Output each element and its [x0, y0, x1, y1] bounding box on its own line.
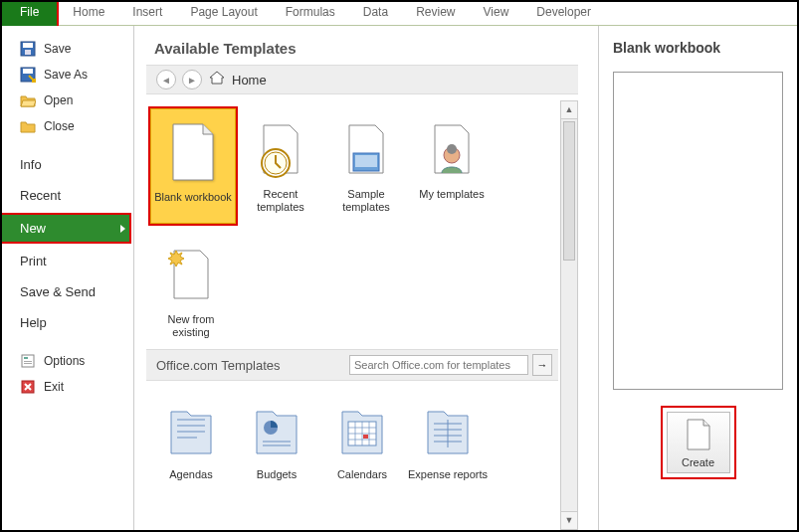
tab-review[interactable]: Review	[402, 2, 469, 25]
nav-close[interactable]: Close	[2, 113, 133, 139]
nav-save-as-label: Save As	[44, 68, 88, 82]
nav-save[interactable]: Save	[2, 36, 133, 62]
nav-new[interactable]: New	[2, 215, 129, 242]
tab-insert[interactable]: Insert	[118, 2, 176, 25]
nav-recent[interactable]: Recent	[2, 180, 133, 211]
nav-options[interactable]: Options	[2, 348, 133, 374]
exit-icon	[20, 379, 36, 395]
template-agendas[interactable]: Agendas	[148, 387, 234, 500]
office-search-input[interactable]	[349, 355, 528, 375]
template-my[interactable]: My templates	[409, 106, 495, 226]
ribbon-tabs: File Home Insert Page Layout Formulas Da…	[2, 2, 797, 26]
template-label: Sample templates	[325, 188, 407, 214]
preview-thumbnail	[613, 72, 783, 390]
nav-open-label: Open	[44, 93, 73, 107]
folder-doc-icon	[167, 402, 215, 457]
template-partial-4[interactable]	[405, 502, 491, 530]
folder-doc-icon	[424, 402, 472, 457]
folder-doc-icon	[338, 402, 386, 457]
nav-close-label: Close	[44, 119, 75, 133]
folder-doc-icon	[253, 402, 300, 457]
office-search-go[interactable]: →	[532, 354, 552, 376]
template-label: Calendars	[337, 468, 387, 494]
svg-rect-7	[24, 361, 32, 362]
template-recent[interactable]: Recent templates	[238, 106, 323, 226]
blank-doc-icon	[169, 122, 217, 182]
svg-rect-1	[23, 43, 33, 48]
tab-page-layout[interactable]: Page Layout	[176, 2, 271, 25]
new-from-existing-icon	[164, 245, 218, 304]
nav-save-label: Save	[44, 42, 71, 56]
office-templates-title: Office.com Templates	[152, 358, 281, 373]
save-icon	[20, 41, 36, 57]
tab-formulas[interactable]: Formulas	[272, 2, 349, 25]
nav-help[interactable]: Help	[2, 307, 133, 338]
tab-file[interactable]: File	[0, 0, 59, 28]
create-label: Create	[682, 456, 714, 468]
sample-templates-icon	[339, 119, 393, 179]
template-label: Budgets	[257, 468, 297, 494]
tab-home[interactable]: Home	[59, 2, 118, 25]
template-sample[interactable]: Sample templates	[323, 106, 409, 226]
templates-pane: Available Templates ◄ ► Home ▲ ▼ Blank w	[134, 26, 598, 530]
template-label: New from existing	[150, 313, 232, 339]
template-calendars[interactable]: Calendars	[319, 387, 405, 500]
nav-back-button[interactable]: ◄	[156, 70, 176, 89]
template-label: Blank workbook	[154, 191, 232, 217]
templates-title: Available Templates	[134, 40, 598, 65]
templates-scrollbar[interactable]: ▲ ▼	[560, 100, 578, 530]
template-blank-workbook[interactable]: Blank workbook	[150, 108, 236, 224]
options-icon	[20, 353, 36, 369]
nav-open[interactable]: Open	[2, 88, 133, 113]
breadcrumb-home[interactable]: Home	[232, 73, 267, 88]
backstage-nav: Save Save As Open Close Info Recent New …	[2, 26, 134, 530]
create-doc-icon	[686, 419, 711, 450]
template-budgets[interactable]: Budgets	[234, 387, 319, 500]
preview-title: Blank workbook	[613, 40, 783, 56]
scroll-thumb[interactable]	[563, 121, 575, 261]
tab-view[interactable]: View	[470, 2, 523, 25]
tab-developer[interactable]: Developer	[522, 2, 605, 25]
svg-rect-6	[24, 357, 28, 359]
template-label: Agendas	[169, 468, 212, 494]
save-as-icon	[20, 67, 36, 83]
template-partial-1[interactable]	[148, 502, 234, 530]
template-label: Recent templates	[240, 188, 321, 214]
nav-exit-label: Exit	[44, 380, 64, 394]
svg-rect-13	[355, 155, 377, 167]
svg-rect-8	[24, 363, 32, 364]
nav-print[interactable]: Print	[2, 246, 133, 276]
close-icon	[20, 118, 36, 134]
breadcrumb: ◄ ► Home	[146, 65, 578, 94]
template-label: Expense reports	[408, 468, 488, 494]
nav-options-label: Options	[44, 354, 85, 368]
preview-pane: Blank workbook Create	[598, 26, 797, 530]
template-expense-reports[interactable]: Expense reports	[405, 387, 491, 500]
home-icon[interactable]	[208, 69, 226, 90]
template-partial-2[interactable]	[234, 502, 319, 530]
svg-rect-4	[23, 69, 33, 74]
nav-new-highlight: New	[0, 213, 131, 244]
recent-templates-icon	[254, 119, 307, 179]
nav-exit[interactable]: Exit	[2, 374, 133, 400]
template-blank-highlight: Blank workbook	[148, 106, 238, 226]
my-templates-icon	[425, 119, 479, 179]
template-partial-3[interactable]	[319, 502, 405, 530]
template-label: My templates	[419, 188, 484, 214]
svg-rect-18	[363, 435, 368, 439]
create-button[interactable]: Create	[667, 412, 730, 473]
open-icon	[20, 92, 36, 108]
scroll-up-button[interactable]: ▲	[561, 101, 577, 119]
tab-data[interactable]: Data	[349, 2, 402, 25]
svg-point-15	[447, 144, 457, 154]
scroll-down-button[interactable]: ▼	[561, 511, 577, 529]
template-new-from-existing[interactable]: New from existing	[148, 232, 234, 345]
nav-save-as[interactable]: Save As	[2, 62, 133, 88]
svg-rect-2	[25, 50, 31, 55]
nav-forward-button[interactable]: ►	[182, 70, 202, 89]
office-templates-header: Office.com Templates →	[146, 349, 558, 381]
create-highlight: Create	[661, 406, 736, 479]
nav-info[interactable]: Info	[2, 149, 133, 180]
nav-save-send[interactable]: Save & Send	[2, 276, 133, 307]
